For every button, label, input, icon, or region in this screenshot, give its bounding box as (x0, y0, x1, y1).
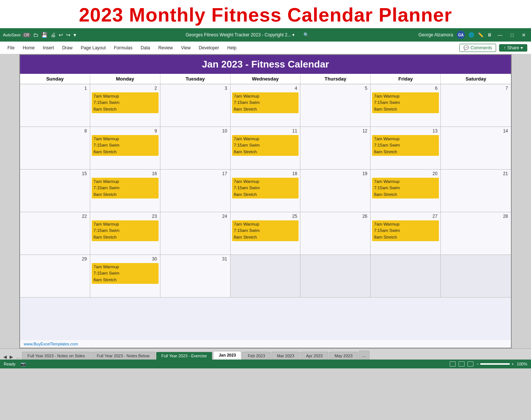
calendar-cell[interactable]: 1 (20, 84, 90, 127)
calendar-cell[interactable] (441, 255, 511, 298)
sheet-nav-more[interactable]: … (14, 354, 22, 360)
sheet-tab[interactable]: Apr 2023 (300, 352, 328, 360)
day-number: 19 (302, 170, 369, 177)
zoom-minus[interactable]: − (476, 362, 479, 366)
day-number: 27 (372, 213, 439, 220)
calendar-cell[interactable]: 97am Warmup 7:15am Swim 8am Stretch (90, 127, 160, 170)
calendar-cell[interactable]: 12 (300, 127, 371, 170)
save-icon[interactable]: 💾 (41, 32, 48, 38)
event-block[interactable]: 7am Warmup 7:15am Swim 8am Stretch (372, 178, 439, 198)
sheet-tab[interactable]: Full Year 2023 - Notes Below (91, 352, 155, 360)
calendar-cell[interactable]: 137am Warmup 7:15am Swim 8am Stretch (371, 127, 441, 170)
event-block[interactable]: 7am Warmup 7:15am Swim 8am Stretch (232, 220, 299, 241)
pagebreak-view-icon[interactable] (468, 361, 473, 367)
sheet-tab[interactable]: Mar 2023 (271, 352, 300, 360)
day-number: 10 (162, 128, 229, 134)
calendar-cell[interactable]: 117am Warmup 7:15am Swim 8am Stretch (231, 127, 301, 170)
calendar-cell[interactable]: 67am Warmup 7:15am Swim 8am Stretch (371, 84, 441, 127)
menu-data[interactable]: Data (137, 44, 154, 52)
calendar-cell[interactable]: 237am Warmup 7:15am Swim 8am Stretch (90, 212, 160, 255)
menu-developer[interactable]: Developer (195, 44, 223, 52)
calendar-cell[interactable]: 3 (160, 84, 231, 127)
calendar-days-header: Sunday Monday Tuesday Wednesday Thursday… (20, 74, 511, 84)
sheet-tab[interactable]: May 2023 (329, 352, 358, 360)
calendar-cell[interactable]: 47am Warmup 7:15am Swim 8am Stretch (231, 84, 301, 127)
calendar-cell[interactable] (371, 255, 441, 298)
calendar-cell[interactable]: 7 (441, 84, 511, 127)
event-block[interactable]: 7am Warmup 7:15am Swim 8am Stretch (92, 135, 159, 156)
calendar-cell[interactable]: 187am Warmup 7:15am Swim 8am Stretch (231, 170, 301, 212)
calendar-cell[interactable]: 29 (20, 255, 90, 298)
calendar-cell[interactable]: 19 (300, 170, 371, 212)
page-view-icon[interactable] (459, 361, 465, 367)
more-icon[interactable]: ▾ (74, 32, 76, 38)
sheet-tab[interactable]: Jan 2023 (213, 351, 241, 360)
calendar-cell[interactable]: 167am Warmup 7:15am Swim 8am Stretch (90, 170, 160, 212)
day-number: 1 (22, 85, 88, 92)
calendar-cell[interactable]: 27am Warmup 7:15am Swim 8am Stretch (90, 84, 160, 127)
undo-icon[interactable]: ↩ (59, 32, 63, 38)
day-number: 15 (22, 170, 88, 177)
menu-file[interactable]: File (4, 44, 18, 52)
restore-button[interactable]: □ (508, 32, 516, 39)
event-block[interactable]: 7am Warmup 7:15am Swim 8am Stretch (232, 92, 299, 113)
calendar-cell[interactable]: 17 (160, 170, 231, 212)
event-block[interactable]: 7am Warmup 7:15am Swim 8am Stretch (232, 135, 299, 156)
calendar-cell[interactable]: 22 (20, 212, 90, 255)
calendar-cell[interactable]: 28 (441, 212, 511, 255)
event-block[interactable]: 7am Warmup 7:15am Swim 8am Stretch (92, 220, 159, 241)
calendar-cell[interactable]: 207am Warmup 7:15am Swim 8am Stretch (371, 170, 441, 212)
sheet-tab[interactable]: Full Year 2023 - Notes on Sides (22, 352, 91, 360)
calendar-cell[interactable]: 31 (160, 255, 231, 298)
menu-draw[interactable]: Draw (58, 44, 76, 52)
zoom-plus[interactable]: + (511, 362, 514, 366)
calendar-cell[interactable]: 21 (441, 170, 511, 212)
menu-review[interactable]: Review (154, 44, 176, 52)
sheet-nav-right[interactable]: ▶ (8, 354, 14, 360)
calendar-cell[interactable]: 24 (160, 212, 231, 255)
calendar-cell[interactable]: 14 (441, 127, 511, 170)
calendar-cell[interactable]: 277am Warmup 7:15am Swim 8am Stretch (371, 212, 441, 255)
event-block[interactable]: 7am Warmup 7:15am Swim 8am Stretch (232, 178, 299, 198)
menu-help[interactable]: Help (224, 44, 240, 52)
comments-button[interactable]: 💬 Comments (459, 44, 496, 52)
normal-view-icon[interactable] (450, 361, 456, 367)
sheet-tab[interactable]: ... (359, 351, 369, 360)
save2-icon[interactable]: 🖨 (51, 32, 56, 38)
menu-insert[interactable]: Insert (39, 44, 58, 52)
calendar-cell[interactable]: 307am Warmup 7:15am Swim 8am Stretch (90, 255, 160, 298)
menu-pagelayout[interactable]: Page Layout (77, 44, 109, 52)
calendar-cell[interactable]: 26 (300, 212, 371, 255)
monitor-icon: 🖥 (487, 32, 492, 37)
calendar-cell[interactable]: 5 (300, 84, 371, 127)
event-block[interactable]: 7am Warmup 7:15am Swim 8am Stretch (92, 92, 159, 113)
menu-view[interactable]: View (177, 44, 195, 52)
calendar-cell[interactable]: 15 (20, 170, 90, 212)
folder-icon[interactable]: 🗀 (33, 32, 38, 38)
dropdown-arrow[interactable]: ▾ (292, 32, 294, 37)
autosave-toggle[interactable]: Off (22, 33, 31, 37)
calendar-cell[interactable] (300, 255, 371, 298)
menu-home[interactable]: Home (19, 44, 38, 52)
sheet-tab[interactable]: Feb 2023 (242, 352, 270, 360)
calendar-cell[interactable]: 8 (20, 127, 90, 170)
minimize-button[interactable]: — (495, 32, 505, 39)
event-block[interactable]: 7am Warmup 7:15am Swim 8am Stretch (372, 92, 439, 113)
search-icon[interactable]: 🔍 (303, 32, 309, 37)
calendar-cell[interactable]: 10 (160, 127, 231, 170)
event-block[interactable]: 7am Warmup 7:15am Swim 8am Stretch (372, 220, 439, 241)
calendar-cell[interactable]: 257am Warmup 7:15am Swim 8am Stretch (231, 212, 301, 255)
event-block[interactable]: 7am Warmup 7:15am Swim 8am Stretch (92, 178, 159, 198)
calendar-cell[interactable] (231, 255, 301, 298)
close-button[interactable]: ✕ (519, 32, 528, 39)
zoom-slider[interactable] (480, 363, 510, 365)
website-link[interactable]: www.BuyExcelTemplates.com (24, 342, 78, 346)
share-button[interactable]: ↑ Share ▾ (499, 44, 527, 52)
sheet-tab[interactable]: Full Year 2023 - Exercise (156, 352, 212, 360)
menu-formulas[interactable]: Formulas (110, 44, 136, 52)
day-number: 16 (92, 170, 159, 177)
redo-icon[interactable]: ↪ (66, 32, 71, 38)
event-block[interactable]: 7am Warmup 7:15am Swim 8am Stretch (92, 263, 159, 284)
event-block[interactable]: 7am Warmup 7:15am Swim 8am Stretch (372, 135, 439, 156)
sheet-nav-left[interactable]: ◀ (2, 354, 8, 360)
